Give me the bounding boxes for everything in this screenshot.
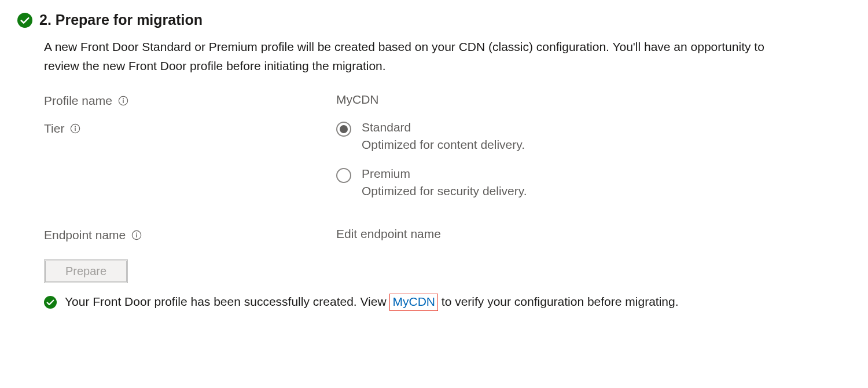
check-circle-icon [17,13,32,28]
svg-rect-9 [137,235,137,238]
endpoint-name-label: Endpoint name [44,228,126,242]
endpoint-name-row: Endpoint name Edit endpoint name [44,227,851,242]
svg-point-10 [44,296,57,309]
tier-option-standard[interactable]: Standard Optimized for content delivery. [336,120,527,152]
radio-icon [336,122,351,137]
svg-rect-3 [123,100,123,104]
status-post: to verify your configuration before migr… [438,295,679,308]
info-icon[interactable] [118,96,128,106]
tier-premium-sub: Optimized for security delivery. [362,184,527,198]
step-heading-row: 2. Prepare for migration [17,12,851,28]
tier-standard-sub: Optimized for content delivery. [362,138,525,152]
check-circle-icon [44,296,57,309]
status-pre: Your Front Door profile has been success… [65,295,389,308]
svg-point-0 [17,13,32,28]
status-row: Your Front Door profile has been success… [44,294,851,311]
tier-standard-title: Standard [362,120,525,134]
info-icon[interactable] [70,123,80,134]
status-text: Your Front Door profile has been success… [65,294,679,311]
tier-radio-group: Standard Optimized for content delivery.… [336,120,527,198]
svg-point-5 [75,126,76,127]
svg-rect-6 [75,128,76,131]
radio-icon [336,168,351,183]
status-highlight: MyCDN [389,294,438,311]
tier-premium-title: Premium [362,167,527,181]
step-heading: 2. Prepare for migration [39,12,203,28]
svg-point-8 [136,233,137,234]
tier-row: Tier Standard Optimized for content deli… [44,120,851,198]
step-description: A new Front Door Standard or Premium pro… [44,38,796,75]
profile-name-value: MyCDN [336,93,379,106]
info-icon[interactable] [131,230,142,240]
svg-point-2 [123,98,124,100]
profile-name-label: Profile name [44,94,112,108]
profile-name-row: Profile name MyCDN [44,93,851,108]
status-link[interactable]: MyCDN [392,295,435,308]
endpoint-name-value: Edit endpoint name [336,227,441,240]
prepare-button[interactable]: Prepare [44,259,128,283]
tier-option-premium[interactable]: Premium Optimized for security delivery. [336,167,527,198]
tier-label: Tier [44,122,64,136]
